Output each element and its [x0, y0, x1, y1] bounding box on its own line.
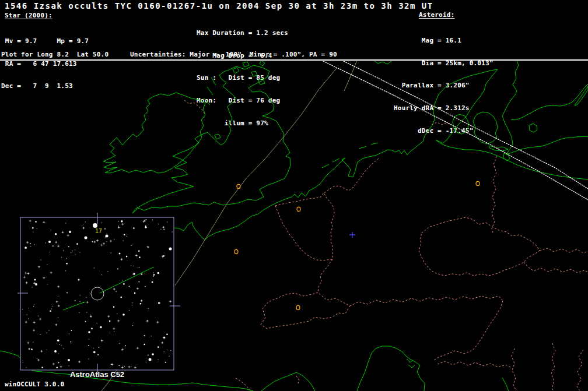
country-border — [419, 217, 540, 276]
coastline — [174, 69, 498, 240]
site-markers-layer — [235, 181, 480, 309]
star — [37, 228, 37, 229]
star — [51, 230, 51, 230]
star-chart-inset: 17 — [12, 209, 187, 383]
star — [35, 221, 37, 223]
star — [163, 229, 164, 230]
star — [47, 265, 47, 265]
star — [114, 331, 114, 332]
star — [75, 249, 75, 250]
star — [90, 316, 90, 317]
star — [138, 250, 140, 252]
star — [132, 274, 133, 274]
coastline — [357, 346, 425, 391]
bright-star — [34, 279, 36, 281]
star — [111, 253, 111, 253]
coastline — [502, 61, 588, 154]
star — [147, 246, 148, 247]
country-border — [577, 350, 583, 391]
star — [50, 310, 51, 312]
star — [90, 315, 91, 315]
star — [52, 245, 54, 246]
coastline — [502, 378, 509, 391]
star — [71, 252, 71, 253]
star — [117, 313, 117, 314]
star — [109, 320, 111, 322]
star — [88, 345, 89, 346]
header-separator — [0, 59, 588, 61]
star — [30, 243, 31, 244]
star — [66, 258, 67, 259]
bright-star — [145, 226, 147, 228]
star — [169, 356, 170, 357]
coastline — [322, 164, 329, 168]
coastline — [489, 146, 508, 151]
star — [58, 353, 58, 354]
star — [133, 266, 134, 266]
country-border — [275, 206, 332, 260]
star — [33, 307, 34, 307]
country-border — [324, 158, 379, 193]
star — [145, 219, 146, 220]
star — [57, 340, 60, 342]
star — [61, 345, 62, 346]
coastline — [243, 62, 249, 67]
star — [27, 315, 27, 315]
star — [58, 317, 58, 318]
star — [70, 341, 71, 343]
star — [46, 350, 47, 350]
star — [158, 302, 160, 304]
star — [163, 255, 164, 257]
asteroid-section-label: Asteroid: — [419, 12, 454, 19]
coastline — [204, 98, 210, 105]
star — [26, 367, 27, 368]
star — [55, 233, 57, 235]
star — [132, 302, 133, 303]
twilight-line — [344, 61, 358, 91]
star — [60, 344, 60, 345]
star — [172, 231, 173, 232]
bright-star — [88, 331, 90, 333]
star — [80, 301, 80, 302]
star — [134, 293, 136, 294]
star — [82, 226, 82, 226]
star — [45, 243, 46, 244]
star — [63, 348, 64, 349]
coastline — [371, 143, 378, 145]
star — [51, 309, 52, 309]
star — [80, 295, 80, 295]
star — [124, 366, 125, 367]
country-border — [492, 156, 497, 233]
page-title: 1546 Izsak occults TYC 0160-01267-1u on … — [5, 1, 433, 11]
star — [22, 309, 23, 309]
coastline — [233, 68, 239, 73]
star — [153, 276, 154, 277]
star — [65, 270, 66, 271]
star — [117, 269, 118, 270]
country-border — [261, 293, 350, 329]
bright-star — [68, 359, 70, 361]
star — [93, 351, 96, 354]
country-border — [433, 301, 503, 361]
star — [65, 223, 66, 223]
star — [127, 236, 127, 237]
star-section-label: Star (2000): — [5, 12, 52, 20]
bright-star — [85, 237, 88, 239]
coastline — [207, 87, 213, 95]
star — [123, 280, 123, 280]
star — [52, 306, 52, 307]
occultation-path-line — [341, 61, 588, 189]
star — [33, 341, 33, 342]
plot-cross-icon — [349, 232, 355, 238]
star — [89, 339, 89, 340]
star — [163, 337, 166, 339]
max-duration: Max Duration = 1.2 secs — [197, 30, 288, 37]
star — [118, 221, 119, 221]
star — [41, 260, 41, 260]
winoccult-window: 1546 Izsak occults TYC 0160-01267-1u on … — [0, 0, 588, 391]
star — [166, 333, 168, 335]
star — [34, 304, 34, 305]
star — [116, 291, 117, 292]
star — [47, 284, 48, 284]
star — [160, 229, 161, 230]
